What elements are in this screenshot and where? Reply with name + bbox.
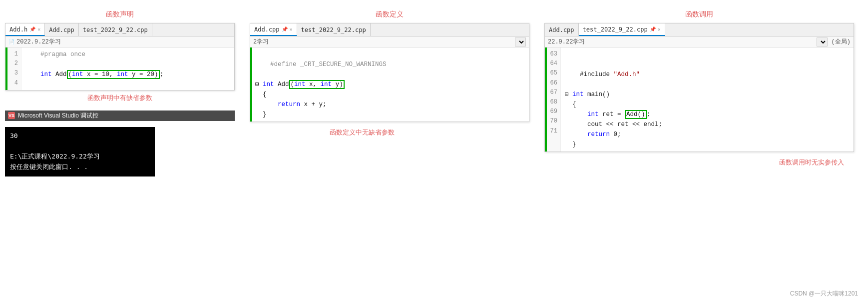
line-numbers-1: 1 2 3 4 bbox=[7, 48, 21, 90]
section2-annotation: 函数定义中无缺省参数 bbox=[330, 128, 395, 137]
vs-icon: VS bbox=[8, 112, 15, 119]
toolbar-1-text: 2022.9.22学习 bbox=[16, 38, 61, 46]
close-tab-1[interactable]: ✕ bbox=[37, 26, 40, 32]
console-line-4: 按任意键关闭此窗口. . . bbox=[10, 162, 150, 172]
highlight-params-2: (int x, int y) bbox=[289, 80, 345, 89]
close-tab-2[interactable]: ✕ bbox=[290, 26, 293, 32]
annotation-row-3: 函数调用时无实参传入 bbox=[544, 155, 854, 167]
code-content-3: #include "Add.h" ⊟ int main() { int ret … bbox=[561, 48, 854, 152]
section2-title: 函数定义 bbox=[250, 10, 529, 19]
section-declaration: 函数声明 Add.h 📌 ✕ Add.cpp test_2022_9_22.cp… bbox=[5, 10, 235, 176]
code-area-1: 1 2 3 4 #pragma once int Add(int x = 10,… bbox=[5, 48, 234, 90]
section3-annotation: 函数调用时无实参传入 bbox=[779, 158, 844, 167]
toolbar-3-global: (全局) bbox=[832, 38, 851, 46]
highlight-params-1: (int x = 10, int y = 20) bbox=[67, 70, 160, 79]
tab-test-3[interactable]: test_2022_9_22.cpp 📌 ✕ bbox=[579, 24, 665, 36]
tab-test-1-label: test_2022_9_22.cpp bbox=[83, 26, 148, 34]
toolbar-3: 22.9.22学习 (全局) bbox=[545, 36, 854, 48]
tab-test-2[interactable]: test_2022_9_22.cpp bbox=[297, 24, 371, 36]
close-tab-3[interactable]: ✕ bbox=[658, 26, 661, 32]
pin-icon-2: 📌 bbox=[282, 26, 288, 32]
tab-add-cpp-2[interactable]: Add.cpp 📌 ✕ bbox=[250, 24, 297, 36]
section1-title: 函数声明 bbox=[5, 10, 235, 19]
tab-bar-1: Add.h 📌 ✕ Add.cpp test_2022_9_22.cpp bbox=[5, 24, 234, 36]
tab-bar-3: Add.cpp test_2022_9_22.cpp 📌 ✕ bbox=[545, 24, 854, 36]
tab-add-cpp-3[interactable]: Add.cpp bbox=[545, 24, 579, 36]
toolbar-1: 📄 2022.9.22学习 bbox=[5, 36, 234, 48]
code-area-3: 63 64 65 66 67 68 69 70 71 #include "Add… bbox=[545, 48, 854, 152]
section-call: 函数调用 Add.cpp test_2022_9_22.cpp 📌 ✕ 22.9… bbox=[544, 10, 854, 176]
tab-add-cpp-2-label: Add.cpp bbox=[254, 26, 280, 33]
section-definition: 函数定义 Add.cpp 📌 ✕ test_2022_9_22.cpp 2学习 bbox=[250, 10, 529, 176]
tab-add-cpp-3-label: Add.cpp bbox=[549, 26, 574, 34]
ide-window-2: Add.cpp 📌 ✕ test_2022_9_22.cpp 2学习 #defi… bbox=[250, 23, 529, 122]
line-numbers-3: 63 64 65 66 67 68 69 70 71 bbox=[547, 48, 561, 152]
tab-test-1[interactable]: test_2022_9_22.cpp bbox=[79, 24, 152, 36]
ide-window-1: Add.h 📌 ✕ Add.cpp test_2022_9_22.cpp 📄 2… bbox=[5, 23, 235, 90]
code-content-1: #pragma once int Add(int x = 10, int y =… bbox=[21, 48, 234, 90]
toolbar-2: 2学习 bbox=[250, 36, 529, 48]
code-area-2: #define _CRT_SECURE_NO_WARNINGS ⊟ int Ad… bbox=[250, 48, 529, 122]
console-title-bar: VS Microsoft Visual Studio 调试控 bbox=[5, 110, 235, 121]
annotation-row-2: 函数定义中无缺省参数 bbox=[250, 125, 529, 137]
ide-window-3: Add.cpp test_2022_9_22.cpp 📌 ✕ 22.9.22学习… bbox=[544, 23, 854, 152]
console-title-text: Microsoft Visual Studio 调试控 bbox=[18, 112, 98, 120]
tab-add-h-label: Add.h bbox=[9, 26, 27, 33]
toolbar-3-text: 22.9.22学习 bbox=[548, 38, 585, 46]
toolbar-1-icon: 📄 bbox=[8, 39, 14, 45]
tab-bar-2: Add.cpp 📌 ✕ test_2022_9_22.cpp bbox=[250, 24, 529, 36]
pin-icon-1: 📌 bbox=[29, 26, 35, 32]
console-line-1: 30 bbox=[10, 131, 150, 142]
tab-add-h[interactable]: Add.h 📌 ✕ bbox=[5, 24, 45, 36]
section3-title: 函数调用 bbox=[544, 10, 854, 19]
highlight-addcall: Add() bbox=[625, 110, 647, 119]
console-line-2 bbox=[10, 142, 150, 152]
tab-test-3-label: test_2022_9_22.cpp bbox=[583, 26, 648, 33]
console-line-3: E:\正式课程\2022.9.22学习 bbox=[10, 152, 150, 162]
toolbar-2-select[interactable] bbox=[515, 38, 526, 46]
toolbar-2-text: 2学习 bbox=[253, 38, 269, 46]
tab-test-2-label: test_2022_9_22.cpp bbox=[301, 26, 366, 34]
tab-add-cpp-1[interactable]: Add.cpp bbox=[45, 24, 79, 36]
tab-add-cpp-1-label: Add.cpp bbox=[49, 26, 74, 34]
console-container: VS Microsoft Visual Studio 调试控 30 E:\正式课… bbox=[5, 110, 235, 176]
pin-icon-3: 📌 bbox=[650, 26, 656, 32]
footer: CSDN @一只大喵咪1201 bbox=[790, 290, 858, 298]
toolbar-3-select[interactable] bbox=[817, 38, 828, 46]
section1-annotation: 函数声明中有缺省参数 bbox=[5, 94, 235, 102]
code-content-2: #define _CRT_SECURE_NO_WARNINGS ⊟ int Ad… bbox=[252, 48, 529, 122]
console-output: 30 E:\正式课程\2022.9.22学习 按任意键关闭此窗口. . . bbox=[5, 127, 155, 176]
